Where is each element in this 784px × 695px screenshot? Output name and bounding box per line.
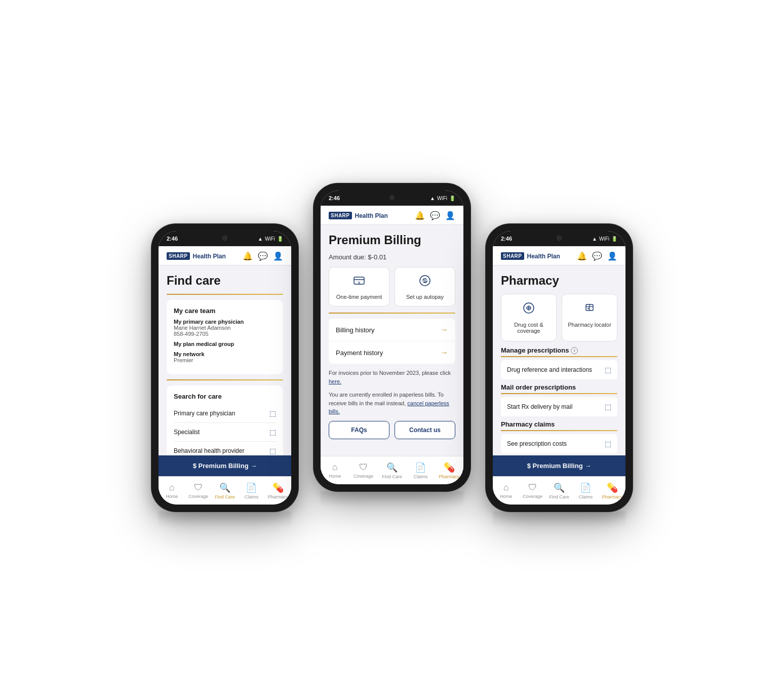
nav-claims-right[interactable]: 📄 Claims xyxy=(572,477,599,505)
drug-cost-label: Drug cost & coverage xyxy=(506,322,551,334)
status-icons-middle: ▲ WiFi 🔋 xyxy=(430,196,455,201)
here-link-1[interactable]: here. xyxy=(329,378,341,384)
notch-left: 2:46 ▲ WiFi 🔋 xyxy=(159,231,291,246)
time-left: 2:46 xyxy=(167,236,178,242)
billing-history-label: Billing history xyxy=(336,326,375,334)
status-icons-left: ▲ WiFi 🔋 xyxy=(258,236,283,242)
screen-left: 2:46 ▲ WiFi 🔋 SHARP Health Plan 🔔 💬 👤 xyxy=(159,231,291,505)
bottom-nav-middle: ⌂ Home 🛡 Coverage 🔍 Find Care 📄 Claims 💊 xyxy=(321,456,463,484)
nav-findcare-middle[interactable]: 🔍 Find Care xyxy=(378,456,406,484)
manage-rx-info-icon[interactable]: i xyxy=(571,347,578,354)
autopay-icon: $ xyxy=(418,274,432,291)
time-middle: 2:46 xyxy=(329,195,340,201)
one-time-payment-label: One-time payment xyxy=(336,294,382,300)
billing-cards: $ One-time payment $ xyxy=(329,267,455,306)
app-header-left: SHARP Health Plan 🔔 💬 👤 xyxy=(159,246,291,265)
pharmacy-locator-card[interactable]: Pharmacy locator xyxy=(562,294,617,341)
nav-coverage-left[interactable]: 🛡 Coverage xyxy=(185,477,211,505)
page-title-middle: Premium Billing xyxy=(329,233,455,247)
physician-phone: 858-499-2705 xyxy=(174,331,276,337)
care-row-specialist[interactable]: Specialist ⬚ xyxy=(174,423,276,442)
screen-middle: 2:46 ▲ WiFi 🔋 SHARP Health Plan 🔔 💬 👤 xyxy=(321,190,463,484)
nav-coverage-right[interactable]: 🛡 Coverage xyxy=(519,477,545,505)
gold-divider-left2 xyxy=(167,379,283,380)
nav-claims-middle[interactable]: 📄 Claims xyxy=(406,456,435,484)
physician-name: Marie Harriet Adamson xyxy=(174,325,276,331)
chat-icon-left[interactable]: 💬 xyxy=(258,251,268,261)
search-care-card: Search for care Primary care physician ⬚… xyxy=(167,385,283,467)
gold-divider-left xyxy=(167,294,283,295)
status-icons-right: ▲ WiFi 🔋 xyxy=(592,236,617,242)
gold-divider-right1 xyxy=(501,356,617,357)
info-text-2: You are currently enrolled in paperless … xyxy=(329,391,455,416)
cancel-paperless-link[interactable]: cancel paperless bills. xyxy=(329,400,449,415)
profile-icon-middle[interactable]: 👤 xyxy=(445,211,455,220)
payment-history-label: Payment history xyxy=(336,349,383,357)
screen-right: 2:46 ▲ WiFi 🔋 SHARP Health Plan 🔔 💬 👤 xyxy=(493,231,625,505)
pharmacy-cards: Drug cost & coverage Pharmacy locator xyxy=(501,294,617,341)
nav-claims-left[interactable]: 📄 Claims xyxy=(238,477,264,505)
notch-right: 2:46 ▲ WiFi 🔋 xyxy=(493,231,625,246)
nav-pharmacy-right[interactable]: 💊 Pharmacy xyxy=(599,477,625,505)
nav-pharmacy-middle[interactable]: 💊 Pharmacy xyxy=(435,456,463,484)
ext-icon-pcp: ⬚ xyxy=(269,409,276,417)
nav-coverage-middle[interactable]: 🛡 Coverage xyxy=(349,456,377,484)
nav-home-right[interactable]: ⌂ Home xyxy=(493,477,519,505)
profile-icon-left[interactable]: 👤 xyxy=(273,251,283,261)
page-content-middle: Premium Billing Amount due: $-0.01 $ One… xyxy=(321,225,463,468)
page-title-right: Pharmacy xyxy=(501,274,617,288)
physician-item: My primary care physician Marie Harriet … xyxy=(174,319,276,337)
mail-order-heading: Mail order prescriptions xyxy=(501,383,617,391)
network-item: My network Premier xyxy=(174,351,276,363)
medical-group-label: My plan medical group xyxy=(174,341,276,347)
ext-icon-drug-ref: ⬚ xyxy=(605,366,611,374)
payment-icon: $ xyxy=(352,274,366,291)
premium-bar-left[interactable]: $ Premium Billing → xyxy=(159,455,291,476)
start-rx-row[interactable]: Start Rx delivery by mail ⬚ xyxy=(501,397,617,416)
ext-icon-start-rx: ⬚ xyxy=(605,403,611,411)
one-time-payment-card[interactable]: $ One-time payment xyxy=(329,267,389,306)
bottom-nav-right: ⌂ Home 🛡 Coverage 🔍 Find Care 📄 Claims 💊 xyxy=(493,476,625,505)
drug-reference-row[interactable]: Drug reference and interactions ⬚ xyxy=(501,360,617,379)
premium-bar-right[interactable]: $ Premium Billing → xyxy=(493,455,625,476)
ext-icon-specialist: ⬚ xyxy=(269,428,276,436)
faqs-button[interactable]: FAQs xyxy=(329,421,389,439)
bell-icon-left[interactable]: 🔔 xyxy=(243,251,253,261)
svg-text:$: $ xyxy=(424,279,426,283)
logo-middle: SHARP Health Plan xyxy=(329,212,388,219)
time-right: 2:46 xyxy=(501,236,512,242)
app-header-middle: SHARP Health Plan 🔔 💬 👤 xyxy=(321,206,463,225)
see-prescription-row[interactable]: See prescription costs ⬚ xyxy=(501,434,617,453)
payment-history-row[interactable]: Payment history → xyxy=(329,341,455,364)
autopay-card[interactable]: $ Set up autopay xyxy=(395,267,455,306)
care-row-behavioral-label: Behavioral health provider xyxy=(174,447,244,454)
chat-icon-middle[interactable]: 💬 xyxy=(430,211,440,220)
profile-icon-right[interactable]: 👤 xyxy=(607,251,617,261)
drug-cost-card[interactable]: Drug cost & coverage xyxy=(501,294,557,341)
nav-findcare-left[interactable]: 🔍 Find Care xyxy=(212,477,238,505)
billing-history-row[interactable]: Billing history → xyxy=(329,319,455,341)
amount-due: Amount due: $-0.01 xyxy=(329,253,455,261)
nav-findcare-right[interactable]: 🔍 Find Care xyxy=(546,477,572,505)
care-row-pcp-label: Primary care physician xyxy=(174,410,235,417)
care-row-pcp[interactable]: Primary care physician ⬚ xyxy=(174,404,276,423)
nav-home-left[interactable]: ⌂ Home xyxy=(159,477,185,505)
nav-pharmacy-left[interactable]: 💊 Pharmacy xyxy=(265,477,291,505)
phone-right: 2:46 ▲ WiFi 🔋 SHARP Health Plan 🔔 💬 👤 xyxy=(486,224,633,512)
chat-icon-right[interactable]: 💬 xyxy=(592,251,602,261)
drug-cost-icon xyxy=(522,301,535,318)
ext-icon-behavioral: ⬚ xyxy=(269,447,276,455)
gold-divider-right2 xyxy=(501,393,617,394)
page-content-right: Pharmacy Drug cost & coverage xyxy=(493,265,625,488)
gold-divider-middle xyxy=(329,313,455,314)
bell-icon-right[interactable]: 🔔 xyxy=(577,251,587,261)
pharmacy-claims-heading: Pharmacy claims xyxy=(501,420,617,428)
billing-arrow: → xyxy=(440,325,448,334)
app-header-right: SHARP Health Plan 🔔 💬 👤 xyxy=(493,246,625,265)
contact-us-button[interactable]: Contact us xyxy=(395,421,455,439)
bell-icon-middle[interactable]: 🔔 xyxy=(415,211,425,220)
see-prescription-label: See prescription costs xyxy=(507,440,567,447)
nav-home-middle[interactable]: ⌂ Home xyxy=(321,456,349,484)
medical-group-item: My plan medical group xyxy=(174,341,276,347)
physician-label: My primary care physician xyxy=(174,319,276,325)
